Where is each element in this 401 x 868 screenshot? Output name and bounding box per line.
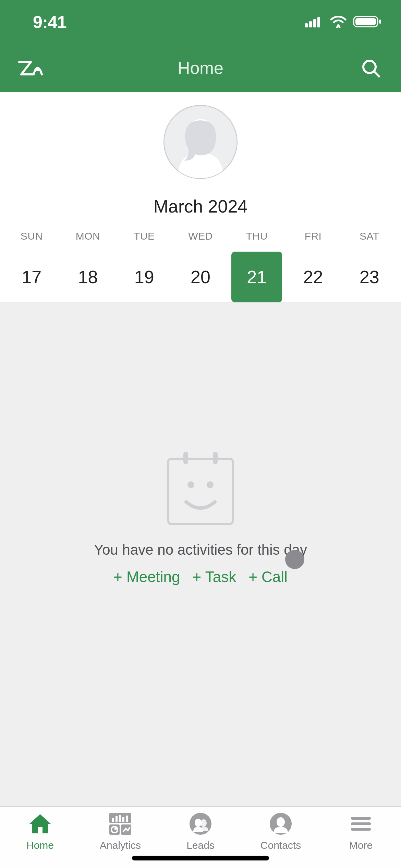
day-fri[interactable]: FRI 22 xyxy=(285,230,341,302)
quick-actions: + Meeting + Task + Call xyxy=(113,568,288,586)
tab-leads[interactable]: Leads xyxy=(160,811,241,851)
nav-bar: Home xyxy=(0,45,401,92)
tab-label: Home xyxy=(26,840,54,851)
analytics-icon xyxy=(108,811,133,836)
tab-label: Leads xyxy=(186,840,215,851)
add-task-button[interactable]: + Task xyxy=(193,568,236,586)
avatar[interactable] xyxy=(163,105,238,179)
day-number: 19 xyxy=(119,252,170,302)
day-tue[interactable]: TUE 19 xyxy=(116,230,172,302)
header-block: 9:41 Home xyxy=(0,0,401,92)
leads-icon xyxy=(188,811,213,836)
day-mon[interactable]: MON 18 xyxy=(60,230,116,302)
touch-indicator xyxy=(285,550,304,569)
search-button[interactable] xyxy=(357,58,385,79)
svg-rect-12 xyxy=(183,452,188,464)
day-sat[interactable]: SAT 23 xyxy=(341,230,398,302)
day-label: WED xyxy=(188,230,213,242)
svg-rect-6 xyxy=(355,18,376,25)
svg-rect-27 xyxy=(351,817,371,820)
wifi-icon xyxy=(330,15,347,29)
cellular-icon xyxy=(305,16,324,29)
svg-rect-1 xyxy=(309,21,312,27)
search-icon xyxy=(361,58,381,79)
svg-point-15 xyxy=(207,481,214,488)
day-number: 21 xyxy=(231,252,282,302)
day-wed[interactable]: WED 20 xyxy=(172,230,229,302)
home-indicator[interactable] xyxy=(132,856,269,860)
svg-rect-19 xyxy=(119,815,121,822)
svg-rect-21 xyxy=(126,816,128,822)
day-sun[interactable]: SUN 17 xyxy=(3,230,60,302)
tab-contacts[interactable]: Contacts xyxy=(241,811,321,851)
tab-analytics[interactable]: Analytics xyxy=(80,811,160,851)
zia-button[interactable] xyxy=(16,59,44,78)
tab-label: Analytics xyxy=(100,840,141,851)
day-label: MON xyxy=(76,230,100,242)
profile-section: March 2024 SUN 17 MON 18 TUE 19 WED 20 T… xyxy=(0,92,401,302)
status-icons xyxy=(305,15,382,29)
svg-rect-7 xyxy=(379,20,381,24)
svg-rect-13 xyxy=(213,452,218,464)
svg-rect-0 xyxy=(305,23,308,27)
tab-label: Contacts xyxy=(260,840,301,851)
tab-more[interactable]: More xyxy=(321,811,401,851)
day-number: 23 xyxy=(344,252,395,302)
menu-icon xyxy=(349,811,373,836)
status-bar: 9:41 xyxy=(0,0,401,45)
day-number: 20 xyxy=(175,252,226,302)
activities-area: You have no activities for this day + Me… xyxy=(0,303,401,806)
svg-rect-18 xyxy=(116,816,118,822)
svg-rect-2 xyxy=(313,19,316,27)
day-thu[interactable]: THU 21 xyxy=(229,230,285,302)
tab-label: More xyxy=(349,840,373,851)
svg-rect-11 xyxy=(168,459,233,524)
day-label: THU xyxy=(246,230,268,242)
zia-icon xyxy=(16,59,44,78)
svg-rect-20 xyxy=(122,817,124,822)
avatar-placeholder-icon xyxy=(164,106,237,178)
svg-line-9 xyxy=(374,72,379,76)
add-meeting-button[interactable]: + Meeting xyxy=(113,568,180,586)
svg-rect-3 xyxy=(317,17,320,27)
svg-rect-17 xyxy=(112,818,114,822)
svg-rect-28 xyxy=(351,822,371,825)
page-title: Home xyxy=(44,58,357,78)
empty-message: You have no activities for this day xyxy=(94,542,307,558)
status-time: 9:41 xyxy=(33,12,66,32)
day-label: SAT xyxy=(360,230,379,242)
day-label: TUE xyxy=(134,230,155,242)
day-number: 22 xyxy=(288,252,339,302)
contacts-icon xyxy=(268,811,293,836)
day-label: SUN xyxy=(21,230,43,242)
day-label: FRI xyxy=(305,230,322,242)
week-row: SUN 17 MON 18 TUE 19 WED 20 THU 21 FRI 2… xyxy=(0,230,401,302)
empty-calendar-icon xyxy=(163,450,238,527)
add-call-button[interactable]: + Call xyxy=(248,568,288,586)
battery-icon xyxy=(353,15,382,29)
tab-home[interactable]: Home xyxy=(0,811,80,851)
month-title[interactable]: March 2024 xyxy=(154,196,248,217)
svg-point-4 xyxy=(337,24,340,27)
svg-rect-29 xyxy=(351,828,371,831)
svg-point-14 xyxy=(187,481,194,488)
day-number: 18 xyxy=(62,252,113,302)
home-icon xyxy=(28,811,52,836)
day-number: 17 xyxy=(6,252,57,302)
